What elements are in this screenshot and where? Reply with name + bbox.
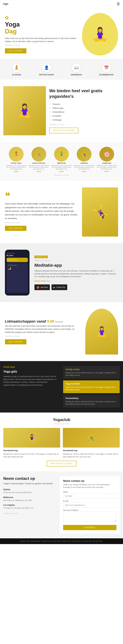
phone-card2: Vandaag's sessie 🌙 (7, 263, 28, 293)
yogaclub-credit: Afbeelding van Freepik (3, 423, 120, 425)
view-all-lessons-button[interactable]: BEKIJK ALLE LESSEN (49, 128, 78, 133)
navbar: logo ☰ (0, 0, 123, 8)
email-input[interactable] (63, 502, 116, 508)
yogaclub-title: Yogaclub (3, 418, 120, 422)
contact-left-title: Neem contact op (3, 476, 57, 481)
check-icon: ✓ (49, 114, 51, 117)
quote-credit: Afbeelding van Freepik (5, 222, 79, 224)
app-title: Meditatie-app (34, 263, 118, 268)
membership-credit: Afbeelding van Freepik (5, 335, 82, 337)
zakelijk-desc: Sample text. Click to select the text bo… (65, 372, 117, 376)
video-title: We bieden heel veel gratis yogavideo's (49, 88, 120, 99)
hero-title-line1: Yoga (5, 21, 20, 28)
phone-greeting: Hi, Eva! (7, 254, 28, 256)
hero-section: ✿ Yoga Dag Ieder mens zou op zijn minst … (0, 8, 123, 59)
view-all-yogaclub-button[interactable]: BEKIJK ALLE LESSEN (47, 461, 76, 466)
app-text-block: Meditatie-app Afbeelding van Freepik Med… (34, 255, 118, 290)
yogaclub-col1-desc: Sample text. Click to select the text bo… (3, 453, 60, 458)
form-email-group: E-mail (63, 500, 116, 508)
membership-read-more-button[interactable]: LEES VERDER (5, 339, 26, 344)
class-link-kundalini[interactable]: MEER (104, 171, 109, 172)
name-input[interactable] (63, 494, 116, 498)
hero-lotus: ✿ (5, 15, 79, 20)
check-icon: ✓ (49, 107, 51, 109)
membership-section: Lidmaatschappen vanaf 9,99 /maand Het do… (0, 302, 123, 361)
google-play-label: Google Play (56, 286, 65, 288)
onderwijs-label: ONDERWIJS (71, 74, 82, 76)
class-link-meditatie[interactable]: MEER (59, 171, 64, 172)
footer-text: Sample tekst. Sample tekst. Sample tekst… (20, 540, 103, 542)
yogaclub-col2-desc: Sample text. Click to select the text bo… (63, 453, 120, 458)
membership-price: 9,99 (47, 319, 54, 324)
about-section: OVER ONS Yoga gids Upgrade je yoga- en w… (0, 361, 123, 412)
icon-item-evenementen[interactable]: 📅 EVENEMENTEN (91, 63, 121, 76)
onderwijs-circle: 📖 (71, 63, 81, 72)
about-description: Upgrade je yoga- en welzijnsprogramma do… (3, 375, 60, 386)
icon-grid: 🧘 KLASSEN 👤 INSTRUCTEURS 📖 ONDERWIJS 📅 E… (0, 59, 123, 80)
app-phone: Welkom terug Hi, Eva! Meditatie sessie V… (5, 250, 30, 296)
class-name-vinyasa: HATHA VINYASA (33, 162, 45, 164)
hero-title-line2: Dag (5, 28, 17, 35)
contact-sydney: Sydney 49 Pyrona Rd, Fairmont NSW 2022 (3, 488, 57, 494)
classes-section: 🧘 HATHA YOGA Sample text. Click to selec… (0, 142, 123, 181)
quote-block: ❝ Deze reizen bieden een behoorlijke ond… (5, 193, 79, 231)
contact-submit-button[interactable]: INDIENEN (63, 525, 116, 530)
class-name-hatha: HATHA YOGA (11, 162, 22, 164)
video-image: 🧘‍♀️ (3, 86, 46, 135)
hero-text: ✿ Yoga Dag Ieder mens zou op zijn minst … (5, 15, 82, 54)
google-play-button[interactable]: ▶ Google Play (52, 284, 67, 290)
class-link-iyengar[interactable]: MEER (82, 171, 86, 172)
hamburger-icon[interactable]: ☰ (117, 2, 120, 6)
class-link-hatha[interactable]: MEER (14, 171, 19, 172)
yogaclub-grid: 🧘‍♀️ Voorbeeld kop Sample text. Click to… (3, 428, 120, 458)
contact-right: Neem contact op Heeft u een vraag of fee… (60, 476, 120, 534)
classes-grid: 🧘 HATHA YOGA Sample text. Click to selec… (3, 147, 120, 172)
class-card-kundalini: 🌸 KUNDALINI Sample text. Click to select… (96, 147, 117, 172)
quote-image: 🤸‍♀️ (82, 188, 118, 236)
app-description: Wippand, gemaakt met kennis van meer dan… (34, 270, 118, 278)
yoga-benefits-desc: Sample text. Click to select the text bo… (65, 386, 117, 391)
quote-section: ❝ Deze reizen bieden een behoorlijke ond… (0, 181, 123, 243)
footer: Sample tekst. Sample tekst. Sample tekst… (0, 538, 123, 544)
quote-read-more-button[interactable]: LEES VERDER (5, 226, 26, 231)
class-desc-kundalini: Sample text. Click to select the text bo… (96, 165, 117, 170)
icon-item-klassen[interactable]: 🧘 KLASSEN (2, 63, 32, 76)
yoga-benefits-box: Yoga-voordelen Sample text. Click to sel… (63, 380, 120, 393)
message-textarea[interactable] (63, 512, 116, 522)
about-left: OVER ONS Yoga gids Upgrade je yoga- en w… (3, 366, 60, 408)
klassen-label: KLASSEN (12, 74, 21, 76)
hero-description: Ieder mens zou op zijn minst één eenvoud… (5, 37, 79, 43)
class-desc-vinyasa: Sample text. Click to select the text bo… (28, 165, 50, 170)
membership-period: /maand (55, 320, 63, 323)
app-store-button[interactable]: 🍎 App Store (34, 284, 50, 290)
class-desc-meditatie: Sample text. Click to select the text bo… (51, 165, 72, 170)
class-link-vinyasa[interactable]: MEER (37, 171, 41, 172)
info-box1: Voorbeeldkop Sample text. Click to selec… (63, 395, 120, 408)
hero-read-more-button[interactable]: LEES VERDER (5, 48, 26, 54)
phone-card: Meditatie sessie (7, 258, 28, 262)
class-card-iyengar: 🤸‍♀️ IYENGAR Sample text. Click to selec… (73, 147, 95, 172)
class-img-iyengar: 🤸‍♀️ (77, 147, 91, 162)
app-credit: Afbeelding van Freepik (34, 260, 118, 262)
class-name-kundalini: KUNDALINI (102, 162, 111, 164)
class-desc-hatha: Sample text. Click to select the text bo… (6, 165, 27, 170)
check-icon: ✓ (49, 103, 51, 105)
contact-city-sydney: Sydney (3, 488, 57, 491)
phone-header: Welkom terug (7, 252, 28, 254)
membership-description: Het doel allemaal is gemeenschap, exclus… (5, 324, 82, 334)
app-badge: Meditatie-app (34, 256, 48, 258)
instructeurs-label: INSTRUCTEURS (39, 74, 54, 76)
icon-item-instructeurs[interactable]: 👤 INSTRUCTEURS (32, 63, 62, 76)
contact-addr-melbourne: 534 Collins St, Melbourne VIC 3000 (3, 499, 57, 502)
about-right: Zakelijk welzijn Sample text. Click to s… (63, 366, 120, 408)
instructeurs-circle: 👤 (42, 63, 52, 72)
contact-left-subtitle: Vragen of opmerkingen? Schrijf ons gewoo… (3, 482, 57, 485)
icon-item-onderwijs[interactable]: 📖 ONDERWIJS (61, 63, 91, 76)
name-label: Naam (63, 491, 116, 493)
class-card-meditatie: 🧘‍♂️ MEDITATIE Sample text. Click to sel… (51, 147, 72, 172)
contact-addr-sydney: 49 Pyrona Rd, Fairmont NSW 2022 (3, 491, 57, 494)
contact-left: Neem contact op Vragen of opmerkingen? S… (3, 476, 57, 534)
class-img-meditatie: 🧘‍♂️ (54, 147, 69, 162)
check-icon: ✓ (49, 118, 51, 121)
yoga-benefits-title: Yoga-voordelen (65, 383, 117, 385)
